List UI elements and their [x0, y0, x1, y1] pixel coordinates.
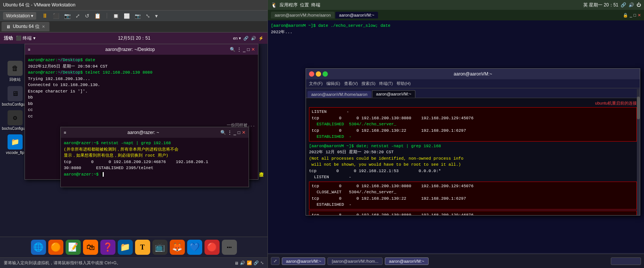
toolbar-snapshot-btn[interactable]: 📷 [62, 12, 72, 20]
terminal-1-close[interactable]: ✕ [251, 47, 255, 52]
ubuntu-lang-indicator[interactable]: en ▾ [233, 36, 241, 41]
taskbar-resize-icon[interactable]: ⤢ [271, 257, 280, 265]
centos-main-line-2: 2022年... [271, 30, 292, 34]
toolbar-fullscreen-btn[interactable]: ⤡ [144, 12, 152, 20]
terminal-line-8: bb [28, 102, 33, 106]
dock-icon-terminal[interactable]: 📺 [152, 240, 168, 255]
float-tab-2[interactable]: aaron@aaronVM:~ [372, 90, 415, 98]
centos-term-header: aaron@aaronVM:/home/aaron aaron@aaronVM:… [268, 10, 644, 20]
section3-box: tcp 8 0 192.168.200.130:8080 192.168.200… [309, 211, 637, 215]
scroll-thumb[interactable] [637, 97, 640, 119]
toolbar-resize-btn[interactable]: ⤢ [74, 12, 82, 20]
terminal-2-close[interactable]: ✕ [242, 130, 246, 135]
toolbar-refresh-btn[interactable]: ↺ [83, 12, 91, 20]
dock-icon-store[interactable]: 🛍 [83, 240, 98, 255]
s1-line-3: ESTABLISHED 5304/./echo_server_ [312, 122, 396, 126]
terminal-2-minimize[interactable]: _ [234, 130, 236, 135]
toolbar-more-btn[interactable]: ▾ [153, 12, 160, 20]
terminal-2-menu[interactable]: ⋮ [227, 130, 232, 135]
ubuntu-activities-btn[interactable]: 活动 [4, 35, 13, 42]
centos-terminal-menu[interactable]: 终端 [311, 2, 320, 8]
centos-term-min[interactable]: _ [630, 13, 632, 17]
terminal-1-menu[interactable]: ⋮ [237, 47, 241, 52]
ubuntu-topbar-left: 活动 ⬛ 终端 ▾ [4, 35, 35, 42]
ubuntu-power-icon[interactable]: ⚡ [258, 36, 264, 41]
toolbar-stop-btn[interactable]: ⬛ [51, 12, 61, 20]
float-menu-search[interactable]: 搜索(S) [361, 81, 375, 86]
terminal-1-minimize[interactable]: _ [243, 47, 246, 52]
taskbar-item-3[interactable]: aaron@aaronVM:~ [385, 257, 428, 265]
centos-topbar: 🐧 应用程序 位置 终端 英 星期一 20：51 🔗 🔊 ⏻ [268, 0, 644, 10]
float-close-btn[interactable] [309, 71, 314, 77]
centos-places-menu[interactable]: 位置 [300, 2, 309, 8]
content-line-3: (Not all processes could be identified, … [309, 156, 463, 167]
ubuntu-dock: 🌐 🟠 📝 🛍 ❓ 📁 T 📺 🦊 💙 🔴 ⋯ [0, 237, 267, 257]
terminal-line-2: 2022年12月05日 星期一 20:50:04 CST [28, 64, 108, 69]
centos-term-max[interactable]: □ [633, 13, 636, 17]
terminal-2-maximize[interactable]: □ [238, 130, 240, 135]
toolbar-screen1-btn[interactable]: 🔲 [111, 12, 121, 20]
taskbar-item-2[interactable]: [aaron@aaronVM:/hom... [327, 257, 383, 265]
dock-icon-app1[interactable]: 🟠 [48, 240, 63, 255]
vm-tab-close[interactable]: ✕ [42, 25, 45, 29]
float-term-menubar: 文件(F) 编辑(E) 查看(V) 搜索(S) 终端(T) 帮助(H) [306, 79, 640, 88]
terminal2-line-1: aaron@razer:~$ netstat -napt | grep 192.… [64, 141, 171, 145]
s2-line-2: CLOSE_WAIT 5304/./echo_server_ [312, 190, 396, 194]
dock-icon-firefox[interactable]: 🦊 [170, 240, 185, 255]
workstation-menu-btn[interactable]: Workstation ▾ [3, 12, 36, 20]
centos-term-controls: 🔒 _ □ ✕ [623, 13, 641, 18]
centos-power-icon[interactable]: ⏻ [636, 2, 641, 8]
display-icon: 🖥 [8, 86, 23, 101]
centos-main-line-1: [aaron@aaronVM ~]$ date ./echo_server_sl… [271, 23, 390, 28]
dock-icon-vscode[interactable]: 💙 [187, 240, 202, 255]
ubuntu-topbar: 活动 ⬛ 终端 ▾ 12月5日 20：51 en ▾ 🔗 🔊 ⚡ [0, 32, 267, 44]
toolbar-screen2-btn[interactable]: ⬜ [122, 12, 132, 20]
terminal-2-content: aaron@razer:~$ netstat -napt | grep 192.… [61, 138, 249, 187]
dock-icon-text[interactable]: T [135, 240, 150, 255]
dock-icon-browser[interactable]: 🌐 [31, 240, 46, 255]
terminal-1-maximize[interactable]: □ [247, 47, 250, 52]
centos-topbar-right: 英 星期一 20：51 🔗 🔊 ⏻ [583, 2, 641, 8]
taskbar-search-input[interactable] [611, 257, 641, 265]
dock-icon-alert[interactable]: 🔴 [204, 240, 220, 255]
toolbar-pause-btn[interactable]: ⏸ [40, 11, 50, 20]
vscode-icon-label: vscode_ftp [6, 151, 24, 155]
centos-apps-menu[interactable]: 应用程序 [280, 2, 298, 8]
float-term-titlebar: aaron@aaronVM:~ [306, 69, 640, 79]
float-menu-terminal[interactable]: 终端(T) [379, 81, 393, 86]
ubuntu-network-icon: 🔗 [243, 36, 249, 41]
terminal-1-titlebar: ≡ aaron@razer: ~/Desktop 🔍 ⋮ _ □ ✕ [25, 44, 258, 55]
toolbar-screen3-btn[interactable]: 📷 [133, 12, 143, 20]
ubuntu-terminal-menu[interactable]: ⬛ 终端 ▾ [16, 35, 35, 42]
terminal2-prompt: aaron@razer:~$ ▋ [64, 172, 104, 177]
centos-tab-2[interactable]: aaron@aaronVM:~ [335, 12, 378, 18]
dock-icon-help[interactable]: ❓ [100, 240, 115, 255]
content-line-1: [aaron@aaronVM ~]$ date; netstat -napt |… [309, 144, 441, 148]
dock-icon-more[interactable]: ⋯ [222, 240, 237, 255]
s2-line-1: tcp 0 0 192.168.200.130:8080 192.168.200… [312, 184, 473, 188]
float-menu-edit[interactable]: 编辑(E) [326, 81, 340, 86]
vm-tab-label: Ubuntu 64 位 [13, 23, 40, 30]
float-tab-1[interactable]: aaron@aaronVM:/home/aaron [307, 91, 371, 98]
terminal2-line-2: (并非所有进程都能被检测到，所有非本用户的进程信息将不会 显示，如果想看到所有信… [64, 147, 178, 158]
vm-tab-ubuntu[interactable]: 🖥 Ubuntu 64 位 ✕ [2, 22, 49, 31]
float-scrollbar[interactable] [637, 89, 640, 215]
float-min-btn[interactable] [316, 71, 321, 77]
centos-tab-1[interactable]: aaron@aaronVM:/home/aaron [271, 12, 335, 18]
terminal-2-titlebar: ≡ aaron@razer: ~ 🔍 ⋮ _ □ ✕ [61, 127, 249, 138]
toolbar-clipboard-btn[interactable]: 📋 [92, 12, 103, 20]
float-menu-file[interactable]: 文件(F) [309, 81, 323, 86]
taskbar-item-1[interactable]: aaron@aaronVM:~ [282, 257, 325, 265]
dock-icon-files[interactable]: 📝 [66, 240, 81, 255]
centos-term-close[interactable]: ✕ [638, 13, 641, 18]
vm-resize-btn[interactable]: ⤡ [260, 260, 264, 265]
float-max-btn[interactable] [323, 71, 328, 77]
ubuntu-screen: 活动 ⬛ 终端 ▾ 12月5日 20：51 en ▾ 🔗 🔊 ⚡ 🗑 回收站 [0, 32, 267, 257]
float-menu-help[interactable]: 帮助(H) [397, 81, 410, 86]
terminal-1-search[interactable]: 🔍 [230, 47, 235, 52]
dock-icon-filemgr[interactable]: 📁 [118, 240, 133, 255]
content-line-2: 2022年 12月 05日 星期一 20:50:20 CST [309, 150, 393, 154]
ubuntu-datetime: 12月5日 20：51 [118, 35, 151, 41]
float-menu-view[interactable]: 查看(V) [344, 81, 358, 86]
terminal-2-search[interactable]: 🔍 [220, 130, 226, 135]
